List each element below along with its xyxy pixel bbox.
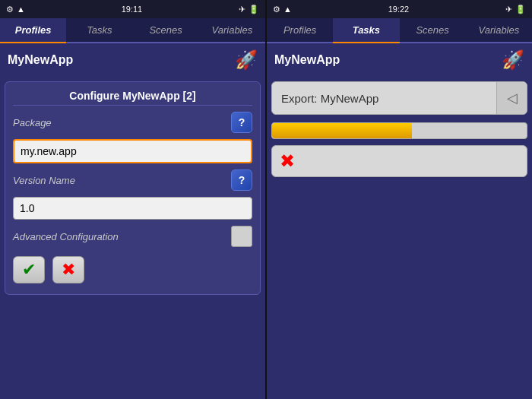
left-app-header: MyNewApp 🚀: [0, 43, 265, 77]
package-label: Package: [13, 117, 52, 128]
right-content: Export: MyNewApp ◁ ✖: [267, 77, 532, 399]
left-status-bar: ⚙ ▲ 19:11 ✈ 🔋: [0, 0, 265, 18]
tab-tasks-right[interactable]: Tasks: [333, 18, 399, 43]
left-panel: ⚙ ▲ 19:11 ✈ 🔋 Profiles Tasks Scenes Vari…: [0, 0, 265, 399]
dialog-button-row: ✔ ✖: [13, 253, 252, 287]
rocket-icon-right: 🚀: [502, 49, 524, 71]
tab-tasks-left[interactable]: Tasks: [66, 18, 132, 42]
dialog-title: Configure MyNewApp [2]: [13, 90, 252, 106]
progress-bar: [272, 123, 412, 138]
right-tab-bar: Profiles Tasks Scenes Variables: [267, 18, 532, 43]
package-input[interactable]: [13, 139, 252, 163]
error-icon: ✖: [280, 150, 295, 172]
version-help-button[interactable]: ?: [231, 169, 252, 191]
package-row: Package ?: [13, 112, 252, 133]
battery-icon: 🔋: [249, 5, 259, 14]
check-icon: ✔: [22, 260, 36, 280]
right-status-right-icons: ✈ 🔋: [505, 5, 526, 14]
tab-variables-left[interactable]: Variables: [199, 18, 265, 42]
left-content: Configure MyNewApp [2] Package ? Version…: [0, 77, 265, 399]
right-status-left-icons: ⚙ ▲: [273, 5, 292, 14]
export-arrow-icon: ◁: [496, 82, 527, 114]
rocket-icon-left: 🚀: [235, 49, 258, 71]
package-help-button[interactable]: ?: [231, 112, 252, 133]
wifi-icon: ▲: [17, 5, 25, 14]
left-tab-bar: Profiles Tasks Scenes Variables: [0, 18, 265, 43]
version-label: Version Name: [13, 175, 75, 186]
tab-scenes-right[interactable]: Scenes: [400, 18, 466, 42]
advanced-checkbox[interactable]: [231, 226, 252, 247]
airplane-icon-right: ✈: [505, 5, 512, 14]
tab-profiles-right[interactable]: Profiles: [267, 18, 333, 42]
progress-container: [271, 122, 527, 139]
battery-icon-right: 🔋: [515, 5, 526, 14]
tab-variables-right[interactable]: Variables: [466, 18, 532, 42]
export-row[interactable]: Export: MyNewApp ◁: [271, 81, 527, 115]
x-icon: ✖: [62, 260, 75, 280]
settings-icon: ⚙: [6, 5, 14, 14]
settings-icon-right: ⚙: [273, 5, 280, 14]
export-label: Export: MyNewApp: [272, 84, 496, 112]
version-row: Version Name ?: [13, 169, 252, 191]
version-input[interactable]: [13, 197, 252, 220]
confirm-button[interactable]: ✔: [13, 256, 45, 283]
tab-scenes-left[interactable]: Scenes: [133, 18, 199, 42]
advanced-label: Advanced Configuration: [13, 231, 119, 242]
left-app-title: MyNewApp: [8, 53, 73, 67]
error-row: ✖: [271, 145, 527, 177]
right-panel: ⚙ ▲ 19:22 ✈ 🔋 Profiles Tasks Scenes Vari…: [267, 0, 532, 399]
left-status-left-icons: ⚙ ▲: [6, 5, 25, 14]
tab-profiles-left[interactable]: Profiles: [0, 18, 66, 43]
right-app-title: MyNewApp: [274, 53, 340, 67]
right-app-header: MyNewApp 🚀: [267, 43, 532, 77]
right-time: 19:22: [388, 5, 410, 14]
left-time: 19:11: [122, 5, 143, 14]
left-status-right-icons: ✈ 🔋: [239, 5, 259, 14]
airplane-icon: ✈: [239, 5, 245, 14]
configure-dialog: Configure MyNewApp [2] Package ? Version…: [5, 81, 261, 295]
cancel-button[interactable]: ✖: [52, 256, 84, 283]
advanced-row: Advanced Configuration: [13, 226, 252, 247]
wifi-icon-right: ▲: [283, 5, 292, 14]
right-status-bar: ⚙ ▲ 19:22 ✈ 🔋: [267, 0, 532, 18]
